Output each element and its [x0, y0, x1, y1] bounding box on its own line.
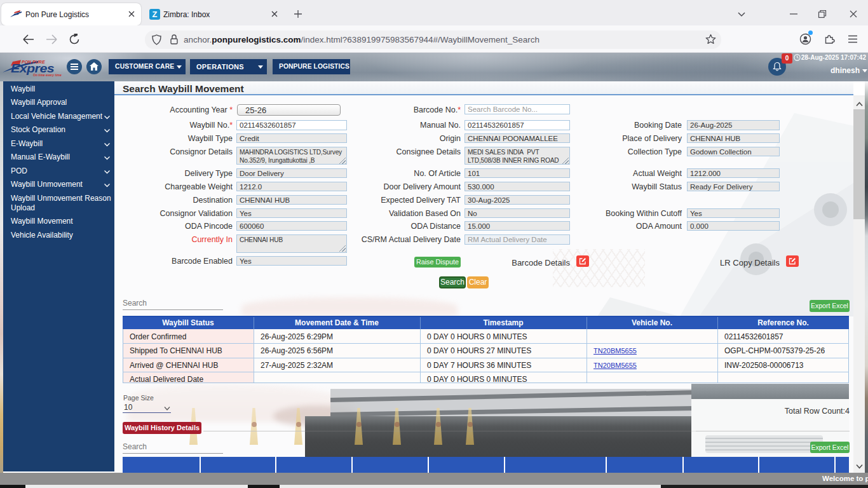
svg-text:On time every time: On time every time	[33, 73, 62, 77]
